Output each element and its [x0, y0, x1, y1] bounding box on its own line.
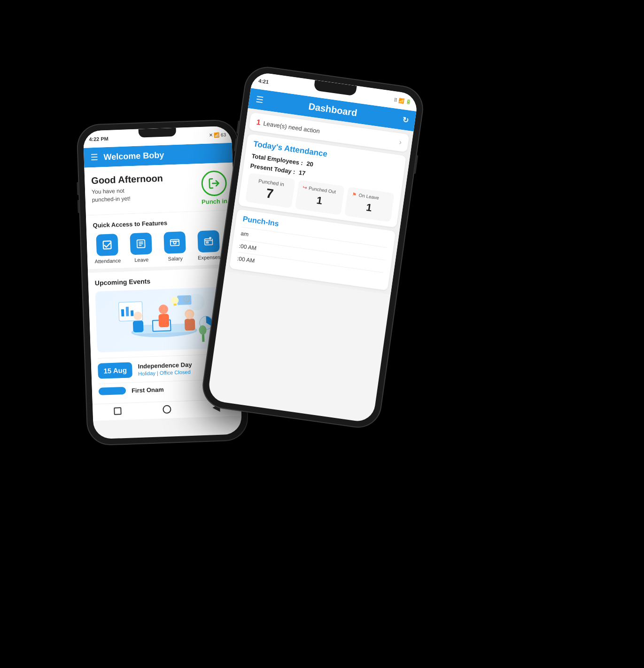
svg-rect-24 — [184, 318, 195, 330]
hamburger-icon-left[interactable]: ☰ — [90, 152, 98, 163]
quick-salary[interactable]: Salary — [161, 231, 189, 262]
expenses-icon: $ — [203, 236, 214, 247]
punch-text: Good Afternoon You have notpunched-in ye… — [91, 172, 163, 204]
punch-subtitle: You have notpunched-in yet! — [91, 185, 163, 204]
left-header-title: Welcome Boby — [103, 150, 164, 162]
nav-home-button[interactable] — [161, 403, 172, 415]
event-info-onam: First Onam — [131, 385, 163, 393]
on-leave-icon: ⚑ — [351, 191, 357, 197]
stat-card-on-leave: ⚑ On Leave 1 — [344, 187, 394, 222]
stat-card-punched-in: Punched in 7 — [245, 173, 295, 208]
quick-icons-row: Attendance — [93, 230, 229, 264]
right-content: 1 Leave(s) need action › Today's Attenda… — [225, 108, 413, 294]
meeting-illustration — [111, 290, 216, 350]
attendance-label: Attendance — [94, 258, 121, 264]
svg-rect-26 — [121, 309, 124, 316]
vol-up-button-right[interactable] — [236, 120, 240, 134]
svg-rect-10 — [206, 242, 208, 243]
event-name-independence: Independence Day — [138, 361, 192, 369]
svg-rect-22 — [158, 314, 169, 327]
checkmark-icon — [101, 239, 112, 250]
square-icon — [113, 407, 121, 415]
salary-icon-box — [163, 231, 186, 254]
event-day-aug15: 15 Aug — [103, 366, 127, 375]
punch-section: Good Afternoon You have notpunched-in ye… — [84, 162, 234, 215]
quick-expenses[interactable]: $ Expenses — [194, 230, 223, 260]
svg-rect-28 — [131, 310, 133, 316]
phones-container: 4:22 PM ✕ 📶 63 ☰ Welcome Boby Good After… — [64, 29, 581, 640]
leave-count: 1 — [256, 118, 261, 126]
event-name-onam: First Onam — [131, 385, 163, 393]
refresh-icon[interactable]: ↻ — [402, 115, 409, 125]
salary-label: Salary — [168, 255, 183, 261]
upcoming-events-title: Upcoming Events — [94, 274, 230, 286]
leave-label: Leave — [134, 257, 148, 263]
punch-label[interactable]: Punch in — [201, 197, 227, 205]
event-date-onam — [98, 386, 126, 395]
circle-icon — [163, 405, 171, 414]
event-info-independence: Independence Day Holiday | Office Closed — [138, 361, 192, 376]
leave-text: Leave(s) need action — [263, 119, 320, 134]
right-phone: 4:21 ⠿ 📶 🔋 ☰ Dashboard ↻ 1 Leave(s) need… — [201, 65, 425, 430]
svg-rect-6 — [170, 239, 179, 245]
vol-up-button-left[interactable] — [77, 182, 79, 195]
expenses-icon-box: $ — [197, 230, 220, 252]
svg-line-8 — [170, 241, 178, 241]
leave-banner-text: 1 Leave(s) need action — [256, 118, 320, 135]
quick-attendance[interactable]: Attendance — [93, 234, 121, 264]
expenses-label: Expenses — [197, 254, 220, 260]
salary-icon — [169, 237, 180, 248]
quick-leave[interactable]: Leave — [127, 232, 155, 263]
punch-button-wrap[interactable]: Punch in — [200, 170, 227, 205]
power-button-right[interactable] — [413, 155, 418, 173]
event-tags-independence: Holiday | Office Closed — [138, 369, 192, 376]
stat-card-punched-out: ↪ Punched Out 1 — [295, 180, 344, 215]
right-notch — [313, 80, 357, 96]
quick-access-section: Quick Access to Features Attendance — [85, 210, 236, 273]
vol-down-button-left[interactable] — [77, 200, 79, 213]
left-notch — [138, 127, 176, 137]
leave-icon-box — [130, 232, 152, 255]
quick-access-title: Quick Access to Features — [93, 217, 228, 229]
svg-rect-1 — [103, 241, 111, 249]
svg-text:$: $ — [209, 237, 210, 239]
leave-icon — [135, 238, 146, 249]
punch-out-icon: ↪ — [302, 184, 307, 190]
leave-arrow-icon: › — [398, 138, 402, 147]
punch-in-circle[interactable] — [201, 170, 227, 196]
greeting-text: Good Afternoon — [91, 172, 163, 186]
right-signal-icons: ⠿ 📶 🔋 — [394, 97, 411, 104]
nav-square-button[interactable] — [111, 405, 123, 417]
event-date-aug15: 15 Aug — [97, 362, 132, 379]
right-time: 4:21 — [258, 78, 269, 85]
punch-in-icon — [207, 177, 220, 189]
left-signal-icons: ✕ 📶 63 — [209, 132, 226, 137]
svg-point-21 — [158, 304, 168, 314]
left-time: 4:22 PM — [89, 135, 109, 141]
svg-rect-20 — [132, 320, 143, 332]
attendance-icon-box — [96, 234, 118, 256]
